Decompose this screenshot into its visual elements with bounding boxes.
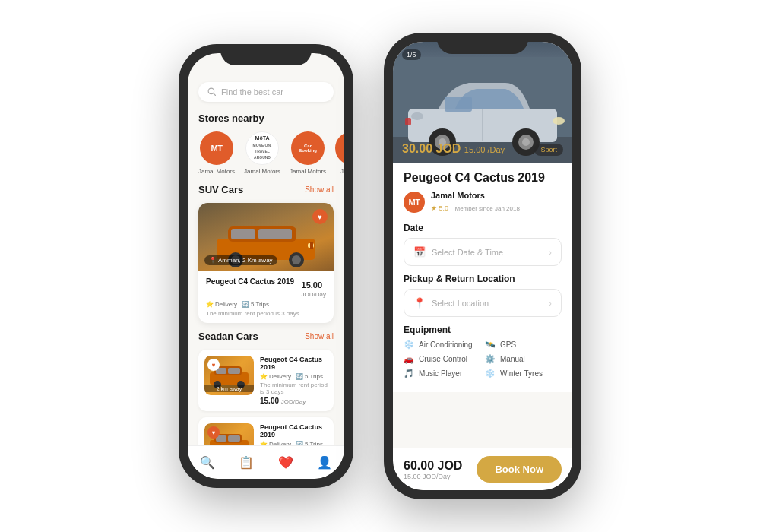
suv-car-image: ♥ 📍 Amman, 2 Km away (198, 203, 334, 271)
equip-item-1: 🛰️ GPS (485, 340, 562, 350)
phone-1: Find the best car Stores nearby MT Jamal… (179, 44, 353, 488)
store-name-1: Jamal Motors (198, 168, 235, 175)
sedan-img-1: ♥ 2 km away (204, 356, 254, 395)
svg-rect-21 (228, 435, 240, 442)
gps-icon: 🛰️ (485, 340, 496, 350)
store-item-2[interactable]: MōTAMOVE ON,TRAVEL AROUND Jamal Motors (244, 131, 280, 175)
date-label: Date (404, 223, 562, 233)
nav-search[interactable]: 🔍 (200, 455, 215, 470)
store-logo-1: MT (200, 131, 233, 165)
svg-point-37 (411, 112, 423, 120)
suv-section: SUV Cars Show all (188, 184, 344, 323)
equip-item-5: ❄️ Winter Tyres (485, 369, 562, 378)
dealer-logo: MT (404, 192, 425, 213)
book-now-button[interactable]: Book Now (477, 456, 562, 483)
sedan-card-1[interactable]: ♥ 2 km away Peugeot C4 Cactus 2019 ⭐Deli… (198, 350, 334, 411)
nav-favorites[interactable]: ❤️ (278, 455, 293, 470)
location-label: Pickup & Return Location (404, 274, 562, 284)
svg-rect-5 (258, 229, 292, 239)
nav-list[interactable]: 📋 (239, 455, 254, 470)
search-placeholder: Find the best car (221, 87, 283, 97)
suv-car-card[interactable]: ♥ 📍 Amman, 2 Km away Peugeot C4 Cactus 2… (198, 203, 334, 323)
date-section: Date 📅 Select Date & Time › (404, 223, 562, 266)
hero-price-day: 15.00 /Day (464, 145, 505, 154)
p2-car-title: Peugeot C4 Cactus 2019 (404, 171, 562, 185)
bottom-nav: 🔍 📋 ❤️ 👤 (188, 445, 344, 479)
suv-title: SUV Cars (198, 184, 243, 195)
svg-rect-15 (228, 368, 240, 374)
hero-badge: Sport (534, 144, 563, 156)
location-placeholder: Select Location (432, 299, 489, 308)
suv-car-info: Peugeot C4 Cactus 2019 15.00 JOD/Day ⭐De… (198, 271, 334, 323)
search-bar[interactable]: Find the best car (198, 82, 334, 102)
svg-line-1 (214, 93, 216, 96)
dealer-since: Member since Jan 2018 (454, 205, 519, 212)
suv-show-all[interactable]: Show all (305, 185, 334, 194)
equip-label-4: Music Player (419, 369, 462, 378)
nav-profile[interactable]: 👤 (317, 455, 332, 470)
hero-overlay: 30.00 JOD 15.00 /Day Sport (402, 142, 563, 156)
hero-price: 30.00 JOD (402, 142, 461, 155)
stores-row: MT Jamal Motors MōTAMOVE ON,TRAVEL AROUN… (188, 131, 344, 175)
stores-title: Stores nearby (198, 112, 264, 124)
svg-point-34 (553, 117, 565, 125)
ac-icon: ❄️ (404, 340, 414, 350)
store-name-2: Jamal Motors (244, 168, 280, 175)
equip-label-3: Manual (500, 355, 525, 363)
date-field[interactable]: 📅 Select Date & Time › (404, 238, 562, 266)
p2-bottom-bar: 60.00 JOD 15.00 JOD/Day Book Now (393, 448, 572, 490)
sedan-price-1: 15.00 JOD/Day (260, 397, 328, 405)
store-item-1[interactable]: MT Jamal Motors (198, 131, 235, 175)
suv-price-block: 15.00 JOD/Day (302, 277, 326, 298)
sedan-name-2: Peugeot C4 Cactus 2019 (260, 423, 328, 439)
dealer-name: Jamal Motors (431, 191, 520, 200)
phone-2: 1/5 30.00 JOD 15.00 /Day Sport Peugeot C… (384, 33, 581, 499)
store-logo-3: CarBooking (291, 131, 325, 165)
equipment-grid: ❄️ Air Conditioning 🛰️ GPS 🚗 Cruise Cont… (404, 340, 562, 378)
hero-price-block: 30.00 JOD 15.00 /Day (402, 142, 505, 156)
p2-body: Peugeot C4 Cactus 2019 MT Jamal Motors ★… (393, 163, 572, 392)
location-chevron: › (549, 299, 552, 308)
sedan-heart-1[interactable]: ♥ (207, 359, 220, 371)
store-name-4: Jamal M (340, 168, 344, 175)
winter-icon: ❄️ (485, 369, 496, 378)
dealer-info: Jamal Motors ★ 5.0 Member since Jan 2018 (431, 191, 520, 214)
suv-heart-icon[interactable]: ♥ (312, 209, 328, 224)
store-item-4[interactable]: MT Jamal M (335, 131, 344, 175)
calendar-icon: 📅 (413, 246, 426, 258)
equip-item-0: ❄️ Air Conditioning (404, 340, 480, 350)
total-per-day: 15.00 JOD/Day (404, 473, 462, 480)
store-item-3[interactable]: CarBooking Jamal Motors (290, 131, 326, 175)
sedan-title: Seadan Cars (198, 331, 258, 342)
date-placeholder: Select Date & Time (432, 248, 503, 257)
equipment-section: Equipment ❄️ Air Conditioning 🛰️ GPS (404, 325, 562, 378)
location-section: Pickup & Return Location 📍 Select Locati… (404, 274, 562, 317)
total-price-block: 60.00 JOD 15.00 JOD/Day (404, 459, 462, 480)
suv-car-name: Peugeot C4 Cactus 2019 (206, 277, 294, 286)
music-icon: 🎵 (404, 369, 414, 378)
store-logo-2: MōTAMOVE ON,TRAVEL AROUND (245, 131, 279, 165)
sedan-heart-2[interactable]: ♥ (207, 426, 220, 439)
sedan-min-rent-1: The minimum rent period is 3 days (260, 382, 328, 395)
equipment-label: Equipment (404, 325, 562, 335)
location-field[interactable]: 📍 Select Location › (404, 289, 562, 317)
equip-item-2: 🚗 Cruise Control (404, 354, 480, 364)
equip-label-5: Winter Tyres (500, 369, 543, 378)
svg-rect-11 (310, 242, 313, 249)
store-name-3: Jamal Motors (290, 168, 326, 175)
equip-label-2: Cruise Control (419, 355, 467, 363)
phone-notch-2 (437, 33, 528, 54)
sedan-tags-1: ⭐Delivery 🔄5 Trips (260, 373, 328, 380)
svg-rect-4 (231, 229, 255, 239)
equip-label-0: Air Conditioning (419, 340, 473, 349)
sedan-show-all[interactable]: Show all (305, 332, 334, 340)
sedan-name-1: Peugeot C4 Cactus 2019 (260, 356, 328, 371)
suv-location-tag: 📍 Amman, 2 Km away (204, 255, 277, 265)
search-icon (207, 87, 217, 97)
dealer-row: MT Jamal Motors ★ 5.0 Member since Jan 2… (404, 191, 562, 214)
stores-section: Stores nearby MT Jamal Motors MōTAMOVE O… (188, 112, 344, 175)
dealer-rating-since: ★ 5.0 Member since Jan 2018 (431, 200, 520, 214)
location-icon: 📍 (413, 297, 426, 309)
suv-tags: ⭐Delivery 🔄5 Trips (206, 301, 326, 308)
car-hero: 1/5 30.00 JOD 15.00 /Day Sport (393, 42, 572, 163)
